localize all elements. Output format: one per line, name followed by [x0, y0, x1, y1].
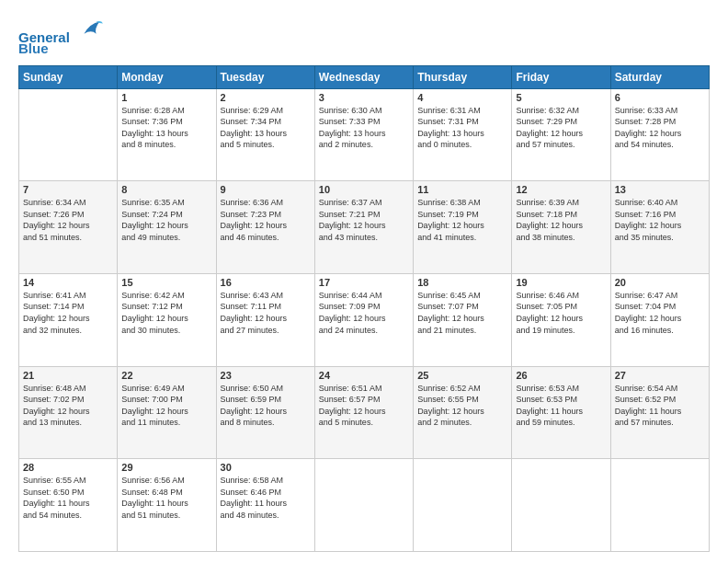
calendar-header-saturday: Saturday: [610, 65, 709, 88]
day-info: Sunrise: 6:40 AM Sunset: 7:16 PM Dayligh…: [615, 197, 705, 243]
day-info: Sunrise: 6:36 AM Sunset: 7:23 PM Dayligh…: [221, 197, 311, 243]
day-info: Sunrise: 6:56 AM Sunset: 6:48 PM Dayligh…: [121, 475, 211, 521]
calendar-header-friday: Friday: [512, 65, 610, 88]
day-info: Sunrise: 6:34 AM Sunset: 7:26 PM Dayligh…: [23, 197, 113, 243]
day-info: Sunrise: 6:31 AM Sunset: 7:31 PM Dayligh…: [417, 105, 507, 151]
header: General Blue: [18, 17, 710, 56]
calendar-cell: 1Sunrise: 6:28 AM Sunset: 7:36 PM Daylig…: [118, 88, 216, 181]
day-number: 30: [221, 462, 311, 473]
calendar-cell: 26Sunrise: 6:53 AM Sunset: 6:53 PM Dayli…: [512, 366, 610, 459]
calendar-header-thursday: Thursday: [414, 65, 512, 88]
calendar-cell: 14Sunrise: 6:41 AM Sunset: 7:14 PM Dayli…: [19, 273, 118, 366]
day-info: Sunrise: 6:54 AM Sunset: 6:52 PM Dayligh…: [615, 383, 705, 429]
day-number: 20: [615, 277, 705, 288]
day-info: Sunrise: 6:42 AM Sunset: 7:12 PM Dayligh…: [121, 290, 211, 336]
calendar-header-sunday: Sunday: [19, 65, 118, 88]
day-number: 21: [23, 370, 113, 381]
day-number: 1: [121, 92, 211, 103]
day-number: 11: [417, 184, 507, 195]
day-info: Sunrise: 6:48 AM Sunset: 7:02 PM Dayligh…: [23, 383, 113, 429]
day-number: 8: [121, 184, 211, 195]
calendar-cell: 21Sunrise: 6:48 AM Sunset: 7:02 PM Dayli…: [19, 366, 118, 459]
day-info: Sunrise: 6:45 AM Sunset: 7:07 PM Dayligh…: [417, 290, 507, 336]
week-row-2: 7Sunrise: 6:34 AM Sunset: 7:26 PM Daylig…: [19, 181, 710, 274]
day-number: 12: [516, 184, 606, 195]
calendar-cell: 8Sunrise: 6:35 AM Sunset: 7:24 PM Daylig…: [118, 181, 216, 274]
day-number: 19: [516, 277, 606, 288]
day-info: Sunrise: 6:50 AM Sunset: 6:59 PM Dayligh…: [221, 383, 311, 429]
day-number: 18: [417, 277, 507, 288]
calendar-cell: 29Sunrise: 6:56 AM Sunset: 6:48 PM Dayli…: [118, 459, 216, 552]
calendar-cell: 24Sunrise: 6:51 AM Sunset: 6:57 PM Dayli…: [314, 366, 413, 459]
day-number: 5: [516, 92, 606, 103]
calendar-cell: 19Sunrise: 6:46 AM Sunset: 7:05 PM Dayli…: [512, 273, 610, 366]
day-number: 26: [516, 370, 606, 381]
calendar-cell: 11Sunrise: 6:38 AM Sunset: 7:19 PM Dayli…: [414, 181, 512, 274]
calendar-header-monday: Monday: [118, 65, 216, 88]
calendar-cell: 9Sunrise: 6:36 AM Sunset: 7:23 PM Daylig…: [216, 181, 314, 274]
day-info: Sunrise: 6:43 AM Sunset: 7:11 PM Dayligh…: [221, 290, 311, 336]
day-info: Sunrise: 6:41 AM Sunset: 7:14 PM Dayligh…: [23, 290, 113, 336]
week-row-5: 28Sunrise: 6:55 AM Sunset: 6:50 PM Dayli…: [19, 459, 710, 552]
calendar-cell: 7Sunrise: 6:34 AM Sunset: 7:26 PM Daylig…: [19, 181, 118, 274]
logo-bird-icon: [77, 17, 103, 42]
calendar-cell: 4Sunrise: 6:31 AM Sunset: 7:31 PM Daylig…: [414, 88, 512, 181]
calendar-cell: 6Sunrise: 6:33 AM Sunset: 7:28 PM Daylig…: [610, 88, 709, 181]
day-info: Sunrise: 6:35 AM Sunset: 7:24 PM Dayligh…: [121, 197, 211, 243]
day-number: 3: [319, 92, 409, 103]
calendar-cell: [414, 459, 512, 552]
day-number: 9: [221, 184, 311, 195]
calendar-header-wednesday: Wednesday: [314, 65, 413, 88]
calendar-cell: 16Sunrise: 6:43 AM Sunset: 7:11 PM Dayli…: [216, 273, 314, 366]
day-number: 4: [417, 92, 507, 103]
calendar-cell: 13Sunrise: 6:40 AM Sunset: 7:16 PM Dayli…: [610, 181, 709, 274]
day-number: 23: [221, 370, 311, 381]
calendar-table: SundayMondayTuesdayWednesdayThursdayFrid…: [18, 65, 710, 553]
week-row-1: 1Sunrise: 6:28 AM Sunset: 7:36 PM Daylig…: [19, 88, 710, 181]
day-number: 24: [319, 370, 409, 381]
day-info: Sunrise: 6:37 AM Sunset: 7:21 PM Dayligh…: [319, 197, 409, 243]
calendar-cell: [512, 459, 610, 552]
day-number: 29: [121, 462, 211, 473]
calendar-cell: 30Sunrise: 6:58 AM Sunset: 6:46 PM Dayli…: [216, 459, 314, 552]
day-number: 27: [615, 370, 705, 381]
day-info: Sunrise: 6:47 AM Sunset: 7:04 PM Dayligh…: [615, 290, 705, 336]
week-row-4: 21Sunrise: 6:48 AM Sunset: 7:02 PM Dayli…: [19, 366, 710, 459]
calendar-cell: 15Sunrise: 6:42 AM Sunset: 7:12 PM Dayli…: [118, 273, 216, 366]
day-info: Sunrise: 6:33 AM Sunset: 7:28 PM Dayligh…: [615, 105, 705, 151]
calendar-cell: 22Sunrise: 6:49 AM Sunset: 7:00 PM Dayli…: [118, 366, 216, 459]
calendar-cell: 27Sunrise: 6:54 AM Sunset: 6:52 PM Dayli…: [610, 366, 709, 459]
calendar-cell: 20Sunrise: 6:47 AM Sunset: 7:04 PM Dayli…: [610, 273, 709, 366]
day-info: Sunrise: 6:44 AM Sunset: 7:09 PM Dayligh…: [319, 290, 409, 336]
day-number: 13: [615, 184, 705, 195]
day-number: 7: [23, 184, 113, 195]
week-row-3: 14Sunrise: 6:41 AM Sunset: 7:14 PM Dayli…: [19, 273, 710, 366]
calendar-cell: 12Sunrise: 6:39 AM Sunset: 7:18 PM Dayli…: [512, 181, 610, 274]
day-number: 25: [417, 370, 507, 381]
day-info: Sunrise: 6:58 AM Sunset: 6:46 PM Dayligh…: [221, 475, 311, 521]
logo: General Blue: [18, 17, 103, 56]
calendar-header-tuesday: Tuesday: [216, 65, 314, 88]
day-number: 16: [221, 277, 311, 288]
calendar-cell: 5Sunrise: 6:32 AM Sunset: 7:29 PM Daylig…: [512, 88, 610, 181]
calendar-body: 1Sunrise: 6:28 AM Sunset: 7:36 PM Daylig…: [19, 88, 710, 552]
calendar-cell: 23Sunrise: 6:50 AM Sunset: 6:59 PM Dayli…: [216, 366, 314, 459]
day-info: Sunrise: 6:38 AM Sunset: 7:19 PM Dayligh…: [417, 197, 507, 243]
calendar-header-row: SundayMondayTuesdayWednesdayThursdayFrid…: [19, 65, 710, 88]
day-info: Sunrise: 6:29 AM Sunset: 7:34 PM Dayligh…: [221, 105, 311, 151]
day-info: Sunrise: 6:39 AM Sunset: 7:18 PM Dayligh…: [516, 197, 606, 243]
day-info: Sunrise: 6:51 AM Sunset: 6:57 PM Dayligh…: [319, 383, 409, 429]
day-info: Sunrise: 6:46 AM Sunset: 7:05 PM Dayligh…: [516, 290, 606, 336]
day-info: Sunrise: 6:32 AM Sunset: 7:29 PM Dayligh…: [516, 105, 606, 151]
day-number: 17: [319, 277, 409, 288]
page: General Blue SundayMondayTuesdayWednesda…: [0, 0, 728, 563]
calendar-cell: [314, 459, 413, 552]
day-number: 2: [221, 92, 311, 103]
day-info: Sunrise: 6:53 AM Sunset: 6:53 PM Dayligh…: [516, 383, 606, 429]
day-number: 14: [23, 277, 113, 288]
day-number: 6: [615, 92, 705, 103]
calendar-cell: [610, 459, 709, 552]
day-number: 28: [23, 462, 113, 473]
calendar-cell: 28Sunrise: 6:55 AM Sunset: 6:50 PM Dayli…: [19, 459, 118, 552]
day-number: 22: [121, 370, 211, 381]
